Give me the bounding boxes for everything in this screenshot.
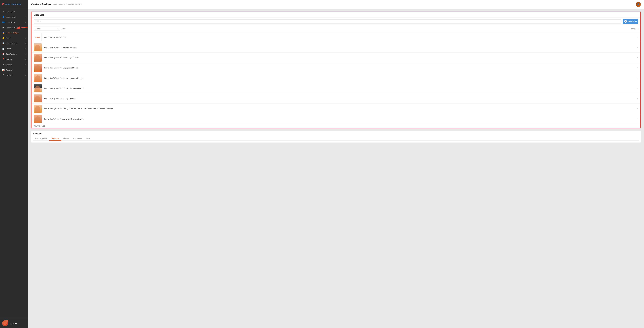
video-title: How to Use Tyfoom #8: Library - Policies… [44, 108, 635, 110]
videos-icon: ▶ [2, 26, 4, 29]
chevron-icon: › [25, 53, 26, 55]
sidebar-item-employees[interactable]: 👥 Employees › [0, 19, 28, 25]
tab-tags[interactable]: Tags [84, 136, 92, 141]
video-title: How to Use Tyfoom #1: Intro [44, 36, 635, 38]
video-item[interactable]: How to Use Tyfoom #7: Library - Submitte… [32, 83, 640, 93]
dropdown-chevron-icon: ▾ [58, 28, 58, 30]
employees-icon: 👥 [2, 21, 4, 23]
video-thumbnail [34, 84, 42, 92]
tab-employees[interactable]: Employees [71, 136, 84, 141]
video-check-icon: ✓ [636, 36, 638, 38]
sidebar-label-videos: Videos & Playlists [6, 26, 20, 28]
video-check-icon: ✓ [636, 56, 638, 59]
actions-dropdown[interactable]: Actions ▾ [34, 26, 60, 31]
sidebar-item-videos[interactable]: ▶ Videos & Playlists › [0, 25, 28, 30]
tab-groups[interactable]: Groups [61, 136, 71, 141]
video-thumbnail [34, 105, 42, 113]
chevron-icon: › [25, 48, 26, 49]
video-item[interactable]: How to Use Tyfoom #3: Home Page & Tasks … [32, 52, 640, 63]
sidebar-item-management[interactable]: 👤 Management › [0, 14, 28, 19]
video-item[interactable]: How to Use Tyfoom #9: Alerts and Communi… [32, 114, 640, 124]
sidebar-item-reports[interactable]: 📊 Reports › [0, 67, 28, 73]
chevron-icon: › [25, 69, 26, 71]
sidebar-item-sharing[interactable]: ↗ Sharing › [0, 62, 28, 67]
video-thumbnail [34, 64, 42, 72]
header-left: Custom Badges Drafts / New Hire Orientat… [31, 3, 83, 6]
section-title: Video List [34, 14, 44, 16]
time-tracking-icon: ⏰ [2, 53, 4, 55]
video-check-icon: ✓ [636, 97, 638, 100]
sidebar-item-dashboard[interactable]: ⊞ Dashboard [0, 9, 28, 14]
sidebar-item-documentation[interactable]: 📋 Documentation › [0, 41, 28, 46]
actions-bar: Actions ▾ Apply Select All [32, 25, 640, 32]
add-icon: + [624, 20, 627, 23]
nav-item-left: 📋 Documentation [2, 42, 18, 45]
top-header: Custom Badges Drafts / New Hire Orientat… [28, 0, 644, 9]
video-item[interactable]: How to Use Tyfoom #8: Library - Policies… [32, 104, 640, 114]
main-content: Custom Badges Drafts / New Hire Orientat… [28, 0, 644, 328]
select-all-button[interactable]: Select All [631, 28, 638, 30]
dashboard-icon: ⊞ [2, 10, 4, 13]
video-check-icon: ✓ [636, 87, 638, 90]
on-site-icon: 📍 [2, 58, 4, 60]
apply-button[interactable]: Apply [62, 28, 66, 30]
section-header: Video List [32, 12, 640, 18]
reports-icon: 📊 [2, 69, 4, 71]
logo-text: YOUR LOGO HERE [5, 3, 22, 5]
video-item[interactable]: TYFOOM How to Use Tyfoom #1: Intro ✓ [32, 32, 640, 42]
sidebar-label-forms: Forms [6, 48, 11, 50]
nav-item-left: ⏰ Time Tracking [2, 53, 17, 55]
video-check-icon: ✓ [636, 67, 638, 69]
visible-to-section: Visible to Company WideDivisionsGroupsEm… [31, 131, 641, 143]
video-list-section: Video List + ADD VIDEOS Actions ▾ [31, 11, 641, 129]
svg-text:T: T [5, 323, 6, 324]
search-input[interactable] [34, 19, 621, 23]
sidebar-label-settings: Settings [6, 74, 12, 76]
nav-item-left: 📍 On-Site [2, 58, 12, 60]
video-thumbnail [34, 43, 42, 51]
chevron-icon: › [25, 21, 26, 23]
actions-label: Actions [35, 28, 41, 30]
sidebar: // YOUR LOGO HERE ⊞ Dashboard 👤 Manageme… [0, 0, 28, 328]
tab-divisions[interactable]: Divisions [49, 136, 61, 141]
sidebar-item-time-tracking[interactable]: ⏰ Time Tracking › [0, 51, 28, 57]
chevron-icon: › [25, 37, 26, 39]
sidebar-label-documentation: Documentation [6, 42, 18, 44]
add-videos-button[interactable]: + ADD VIDEOS [622, 19, 638, 24]
nav-item-left: 📄 Forms [2, 47, 11, 50]
video-item[interactable]: How to Use Tyfoom #2: Profile & Settings… [32, 42, 640, 52]
custom-badges-icon: 🏅 [2, 32, 4, 34]
sidebar-label-custom-badges: Custom Badges [6, 32, 18, 34]
sidebar-item-alerts[interactable]: 🔔 Alerts › [0, 35, 28, 41]
sidebar-item-on-site[interactable]: 📍 On-Site › [0, 57, 28, 62]
video-item[interactable]: How to Use Tyfoom #4: Engagement Score ✓ [32, 63, 640, 73]
video-thumbnail [34, 94, 42, 102]
chevron-icon: › [25, 64, 26, 65]
video-check-icon: ✓ [636, 77, 638, 79]
nav-item-left: 📊 Reports [2, 69, 12, 71]
video-thumbnail [34, 115, 42, 123]
alerts-icon: 🔔 [2, 37, 4, 39]
chevron-icon: › [25, 58, 26, 60]
video-thumbnail [34, 74, 42, 82]
sidebar-item-forms[interactable]: 📄 Forms › [0, 46, 28, 51]
video-item[interactable]: How to Use Tyfoom #5: Library - Videos &… [32, 73, 640, 83]
video-title: How to Use Tyfoom #5: Library - Videos &… [44, 77, 635, 79]
nav-item-left: ▶ Videos & Playlists [2, 26, 20, 29]
documentation-icon: 📋 [2, 42, 4, 45]
sidebar-label-alerts: Alerts [6, 37, 10, 39]
sidebar-label-dashboard: Dashboard [6, 11, 14, 12]
sidebar-item-custom-badges[interactable]: 🏅 Custom Badges [0, 30, 28, 35]
logo-area[interactable]: // YOUR LOGO HERE [0, 0, 28, 8]
user-avatar[interactable]: 👤 [636, 2, 641, 7]
video-check-icon: ✓ [636, 46, 638, 49]
tab-company-wide[interactable]: Company Wide [33, 136, 49, 141]
sidebar-bottom[interactable]: T 45 TYFOOM [0, 318, 28, 328]
video-item[interactable]: How to Use Tyfoom #6: Library - Forms ✓ [32, 93, 640, 104]
sidebar-item-settings[interactable]: ⚙ Settings › [0, 73, 28, 78]
nav-item-left: ⚙ Settings [2, 74, 12, 76]
video-title: How to Use Tyfoom #3: Home Page & Tasks [44, 57, 635, 59]
actions-select: Actions ▾ Apply [34, 26, 66, 31]
sidebar-label-on-site: On-Site [6, 58, 12, 60]
nav-item-left: ⊞ Dashboard [2, 10, 14, 13]
